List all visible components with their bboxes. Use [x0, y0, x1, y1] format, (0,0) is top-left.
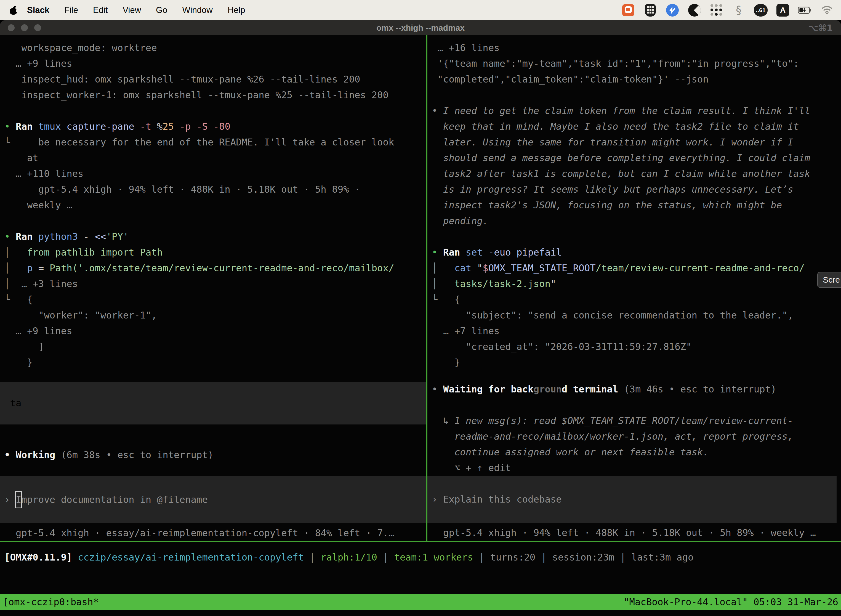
window-title: omx --xhigh --madmax	[377, 23, 464, 32]
terminal-line: inspect_worker-1: omx sparkshell --tmux-…	[4, 87, 426, 103]
text-segment: "	[551, 278, 556, 289]
text-segment: is in progress? It seems likely but perh…	[432, 184, 793, 195]
menu-item-help[interactable]: Help	[220, 5, 253, 15]
right-waiting-block: • Waiting for background terminal (3m 46…	[432, 381, 841, 476]
text-segment: I need to get the claim token from the c…	[443, 105, 810, 116]
terminal-line: is in progress? It seems likely but perh…	[432, 182, 841, 197]
text-segment: set	[466, 247, 488, 258]
badge-61-icon[interactable]: ..61	[754, 3, 768, 17]
terminal-line: }	[4, 355, 426, 370]
terminal-line: }	[432, 355, 841, 370]
disc-icon[interactable]	[687, 3, 701, 17]
text-segment: [OMX#0.11.9]	[4, 552, 78, 563]
text-segment: cczip/essay/ai-reimplementation-copyleft	[78, 552, 309, 563]
text-segment: cat	[437, 263, 477, 273]
text-segment: └ {	[4, 294, 32, 305]
menu-items: SlackFileEditViewGoWindowHelp	[23, 5, 252, 15]
apple-icon	[10, 6, 17, 15]
zoom-button[interactable]	[34, 24, 41, 31]
letter-a-icon[interactable]: A	[776, 3, 790, 17]
text-segment: │	[432, 263, 437, 273]
terminal-line	[432, 87, 841, 103]
right-prompt-input[interactable]: › Explain this codebase	[428, 476, 837, 523]
menu-item-window[interactable]: Window	[175, 5, 220, 15]
chat-icon[interactable]	[621, 3, 635, 17]
text-segment: •	[4, 231, 16, 242]
text-segment: Ran	[16, 121, 38, 132]
text-segment: task2 after task1 is complete, but can I…	[432, 168, 810, 179]
hook-icon[interactable]: §	[732, 3, 746, 17]
text-segment: tmux	[38, 121, 66, 132]
menu-bar: SlackFileEditViewGoWindowHelp § ..61	[0, 0, 841, 20]
text-segment: … +7 lines	[432, 326, 500, 336]
text-segment: Waiting for back	[443, 384, 533, 395]
terminal-line: workspace_mode: worktree	[4, 40, 426, 56]
text-segment: •	[4, 121, 16, 132]
terminal-line: readme-and-reco/mailbox/worker-1.json, a…	[432, 428, 841, 444]
text-segment: pending.	[432, 215, 488, 226]
text-segment: $	[483, 263, 488, 273]
terminal-line: at	[4, 150, 426, 166]
text-segment: |	[309, 552, 321, 563]
text-segment: capture-pane	[66, 121, 140, 132]
terminal-line: ↳ 1 new msg(s): read $OMX_TEAM_STATE_ROO…	[432, 413, 841, 428]
right-pane: … +16 lines '{"team_name":"my-team","tas…	[428, 35, 841, 541]
prompt-chevron: ›	[4, 492, 16, 507]
text-segment: =	[38, 263, 50, 273]
text-segment: │	[4, 278, 10, 289]
menu-item-slack[interactable]: Slack	[23, 5, 57, 15]
terminal-line: gpt-5.4 xhigh · 94% left · 488K in · 5.1…	[4, 182, 426, 197]
terminal-line	[432, 397, 841, 413]
terminal-line: • Ran set -euo pipefail	[432, 245, 841, 260]
menu-item-edit[interactable]: Edit	[85, 5, 115, 15]
text-segment: inspect_worker-1: omx sparkshell --tmux-…	[4, 89, 388, 100]
terminal-line: [OMX#0.11.9] cczip/essay/ai-reimplementa…	[4, 550, 841, 565]
terminal-line	[4, 395, 10, 411]
text-segment: … +16 lines	[432, 42, 500, 53]
text-segment: ⌥ + ↑ edit	[432, 462, 511, 473]
terminal-line: │ from pathlib import Path	[4, 245, 426, 260]
text-segment: a	[16, 397, 21, 408]
text-segment: inspect_hud: omx sparkshell --tmux-pane …	[4, 74, 360, 85]
input-placeholder: Explain this codebase	[443, 491, 562, 507]
text-segment: inspect task2's JSON, focusing on the st…	[432, 199, 782, 211]
tmux-status-bar: [omx-cczip0:bash* "MacBook-Pro-44.local"…	[0, 594, 841, 610]
text-segment: -p -S -80	[180, 121, 230, 132]
apple-menu[interactable]	[7, 6, 19, 15]
tmux-host-clock: "MacBook-Pro-44.local" 05:03 31-Mar-26	[624, 596, 838, 607]
terminal-line: '{"team_name":"my-team","task_id":"1","f…	[432, 56, 841, 72]
text-segment: | turns:20 | session:23m | last:3m ago	[479, 552, 694, 563]
wifi-icon[interactable]	[820, 3, 834, 17]
window-shortcut: ⌥⌘1	[808, 23, 833, 33]
prompt-chevron: ›	[432, 491, 443, 507]
text-segment: }	[4, 357, 32, 368]
terminal-line	[4, 103, 426, 119]
text-segment: … +3 lines	[10, 278, 78, 289]
close-button[interactable]	[8, 24, 15, 31]
text-segment: └ be necessary for the end of the README…	[4, 136, 394, 148]
window-title-bar: omx --xhigh --madmax ⌥⌘1	[0, 20, 841, 35]
text-segment: └ {	[432, 294, 460, 305]
text-segment: -t	[140, 121, 157, 132]
menu-item-file[interactable]: File	[57, 5, 85, 15]
blue-badge-icon[interactable]	[665, 3, 679, 17]
terminal-line: • I need to get the claim token from the…	[432, 103, 841, 119]
menu-item-view[interactable]: View	[115, 5, 148, 15]
text-segment: "subject": "send a concise recommendatio…	[432, 309, 793, 321]
text-segment: (6m 38s • esc to interrupt)	[61, 449, 214, 461]
shield-grid-icon[interactable]	[643, 3, 657, 17]
text-segment: … +9 lines	[4, 58, 72, 69]
battery-icon[interactable]	[798, 3, 812, 17]
terminal-line: gpt-5.4 xhigh · essay/ai-reimplementatio…	[4, 525, 426, 541]
menu-item-go[interactable]: Go	[148, 5, 175, 15]
right-scrollback: … +16 lines '{"team_name":"my-team","tas…	[432, 40, 841, 370]
dots-grid-icon[interactable]	[710, 3, 724, 17]
omx-status-line: [OMX#0.11.9] cczip/essay/ai-reimplementa…	[0, 542, 841, 565]
text-cursor: I	[15, 491, 22, 508]
text-segment: •	[432, 247, 443, 258]
text-segment: keep that in mind. Maybe I also need the…	[432, 121, 799, 132]
minimize-button[interactable]	[21, 24, 28, 31]
terminal-line: … +9 lines	[4, 56, 426, 72]
text-segment: at	[4, 153, 38, 163]
left-prompt-input[interactable]: › Improve documentation in @filename	[0, 476, 426, 523]
